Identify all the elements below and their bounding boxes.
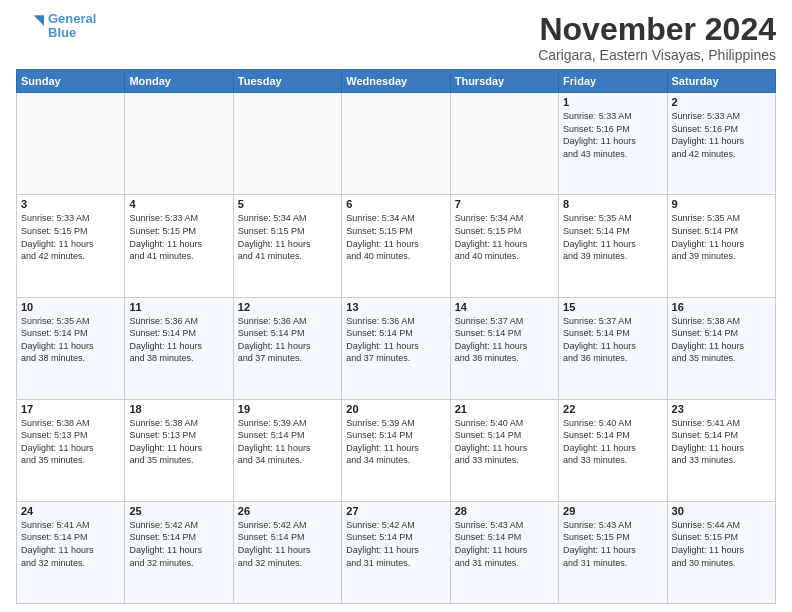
day-cell: 11Sunrise: 5:36 AM Sunset: 5:14 PM Dayli… bbox=[125, 297, 233, 399]
week-row-5: 24Sunrise: 5:41 AM Sunset: 5:14 PM Dayli… bbox=[17, 501, 776, 603]
day-info: Sunrise: 5:33 AM Sunset: 5:15 PM Dayligh… bbox=[129, 212, 228, 262]
day-cell: 14Sunrise: 5:37 AM Sunset: 5:14 PM Dayli… bbox=[450, 297, 558, 399]
day-cell: 4Sunrise: 5:33 AM Sunset: 5:15 PM Daylig… bbox=[125, 195, 233, 297]
day-number: 4 bbox=[129, 198, 228, 210]
day-info: Sunrise: 5:39 AM Sunset: 5:14 PM Dayligh… bbox=[238, 417, 337, 467]
day-info: Sunrise: 5:38 AM Sunset: 5:14 PM Dayligh… bbox=[672, 315, 771, 365]
day-number: 22 bbox=[563, 403, 662, 415]
day-info: Sunrise: 5:39 AM Sunset: 5:14 PM Dayligh… bbox=[346, 417, 445, 467]
day-info: Sunrise: 5:35 AM Sunset: 5:14 PM Dayligh… bbox=[21, 315, 120, 365]
logo-text: General Blue bbox=[48, 12, 96, 41]
day-info: Sunrise: 5:35 AM Sunset: 5:14 PM Dayligh… bbox=[563, 212, 662, 262]
col-header-thursday: Thursday bbox=[450, 70, 558, 93]
day-cell: 17Sunrise: 5:38 AM Sunset: 5:13 PM Dayli… bbox=[17, 399, 125, 501]
day-info: Sunrise: 5:44 AM Sunset: 5:15 PM Dayligh… bbox=[672, 519, 771, 569]
col-header-saturday: Saturday bbox=[667, 70, 775, 93]
day-number: 14 bbox=[455, 301, 554, 313]
day-info: Sunrise: 5:42 AM Sunset: 5:14 PM Dayligh… bbox=[346, 519, 445, 569]
logo-line2: Blue bbox=[48, 25, 76, 40]
calendar-table: SundayMondayTuesdayWednesdayThursdayFrid… bbox=[16, 69, 776, 604]
day-cell: 23Sunrise: 5:41 AM Sunset: 5:14 PM Dayli… bbox=[667, 399, 775, 501]
day-cell bbox=[233, 93, 341, 195]
day-cell bbox=[125, 93, 233, 195]
day-info: Sunrise: 5:40 AM Sunset: 5:14 PM Dayligh… bbox=[455, 417, 554, 467]
location: Carigara, Eastern Visayas, Philippines bbox=[538, 47, 776, 63]
day-cell: 15Sunrise: 5:37 AM Sunset: 5:14 PM Dayli… bbox=[559, 297, 667, 399]
day-info: Sunrise: 5:37 AM Sunset: 5:14 PM Dayligh… bbox=[563, 315, 662, 365]
day-cell: 28Sunrise: 5:43 AM Sunset: 5:14 PM Dayli… bbox=[450, 501, 558, 603]
day-cell: 1Sunrise: 5:33 AM Sunset: 5:16 PM Daylig… bbox=[559, 93, 667, 195]
day-cell: 12Sunrise: 5:36 AM Sunset: 5:14 PM Dayli… bbox=[233, 297, 341, 399]
day-cell: 20Sunrise: 5:39 AM Sunset: 5:14 PM Dayli… bbox=[342, 399, 450, 501]
day-info: Sunrise: 5:36 AM Sunset: 5:14 PM Dayligh… bbox=[129, 315, 228, 365]
day-info: Sunrise: 5:37 AM Sunset: 5:14 PM Dayligh… bbox=[455, 315, 554, 365]
day-cell: 10Sunrise: 5:35 AM Sunset: 5:14 PM Dayli… bbox=[17, 297, 125, 399]
logo-line1: General bbox=[48, 11, 96, 26]
day-number: 15 bbox=[563, 301, 662, 313]
day-number: 1 bbox=[563, 96, 662, 108]
day-number: 9 bbox=[672, 198, 771, 210]
day-number: 19 bbox=[238, 403, 337, 415]
day-info: Sunrise: 5:43 AM Sunset: 5:15 PM Dayligh… bbox=[563, 519, 662, 569]
week-row-1: 1Sunrise: 5:33 AM Sunset: 5:16 PM Daylig… bbox=[17, 93, 776, 195]
day-info: Sunrise: 5:38 AM Sunset: 5:13 PM Dayligh… bbox=[129, 417, 228, 467]
day-number: 3 bbox=[21, 198, 120, 210]
title-block: November 2024 Carigara, Eastern Visayas,… bbox=[538, 12, 776, 63]
day-number: 17 bbox=[21, 403, 120, 415]
col-header-friday: Friday bbox=[559, 70, 667, 93]
day-cell bbox=[342, 93, 450, 195]
day-number: 21 bbox=[455, 403, 554, 415]
day-info: Sunrise: 5:42 AM Sunset: 5:14 PM Dayligh… bbox=[238, 519, 337, 569]
col-header-monday: Monday bbox=[125, 70, 233, 93]
day-info: Sunrise: 5:43 AM Sunset: 5:14 PM Dayligh… bbox=[455, 519, 554, 569]
day-number: 28 bbox=[455, 505, 554, 517]
day-number: 29 bbox=[563, 505, 662, 517]
day-info: Sunrise: 5:41 AM Sunset: 5:14 PM Dayligh… bbox=[21, 519, 120, 569]
day-cell: 5Sunrise: 5:34 AM Sunset: 5:15 PM Daylig… bbox=[233, 195, 341, 297]
day-cell: 18Sunrise: 5:38 AM Sunset: 5:13 PM Dayli… bbox=[125, 399, 233, 501]
day-number: 11 bbox=[129, 301, 228, 313]
day-number: 5 bbox=[238, 198, 337, 210]
day-info: Sunrise: 5:34 AM Sunset: 5:15 PM Dayligh… bbox=[238, 212, 337, 262]
day-cell: 7Sunrise: 5:34 AM Sunset: 5:15 PM Daylig… bbox=[450, 195, 558, 297]
day-info: Sunrise: 5:40 AM Sunset: 5:14 PM Dayligh… bbox=[563, 417, 662, 467]
day-info: Sunrise: 5:33 AM Sunset: 5:15 PM Dayligh… bbox=[21, 212, 120, 262]
day-number: 26 bbox=[238, 505, 337, 517]
header: General Blue November 2024 Carigara, Eas… bbox=[16, 12, 776, 63]
day-number: 18 bbox=[129, 403, 228, 415]
day-number: 2 bbox=[672, 96, 771, 108]
day-info: Sunrise: 5:38 AM Sunset: 5:13 PM Dayligh… bbox=[21, 417, 120, 467]
col-header-sunday: Sunday bbox=[17, 70, 125, 93]
week-row-3: 10Sunrise: 5:35 AM Sunset: 5:14 PM Dayli… bbox=[17, 297, 776, 399]
day-cell: 16Sunrise: 5:38 AM Sunset: 5:14 PM Dayli… bbox=[667, 297, 775, 399]
day-cell bbox=[17, 93, 125, 195]
day-info: Sunrise: 5:34 AM Sunset: 5:15 PM Dayligh… bbox=[455, 212, 554, 262]
day-cell: 21Sunrise: 5:40 AM Sunset: 5:14 PM Dayli… bbox=[450, 399, 558, 501]
day-number: 27 bbox=[346, 505, 445, 517]
day-info: Sunrise: 5:36 AM Sunset: 5:14 PM Dayligh… bbox=[346, 315, 445, 365]
day-cell: 9Sunrise: 5:35 AM Sunset: 5:14 PM Daylig… bbox=[667, 195, 775, 297]
week-row-2: 3Sunrise: 5:33 AM Sunset: 5:15 PM Daylig… bbox=[17, 195, 776, 297]
day-cell: 3Sunrise: 5:33 AM Sunset: 5:15 PM Daylig… bbox=[17, 195, 125, 297]
day-number: 30 bbox=[672, 505, 771, 517]
col-header-wednesday: Wednesday bbox=[342, 70, 450, 93]
day-info: Sunrise: 5:33 AM Sunset: 5:16 PM Dayligh… bbox=[563, 110, 662, 160]
day-number: 20 bbox=[346, 403, 445, 415]
day-info: Sunrise: 5:42 AM Sunset: 5:14 PM Dayligh… bbox=[129, 519, 228, 569]
day-cell: 27Sunrise: 5:42 AM Sunset: 5:14 PM Dayli… bbox=[342, 501, 450, 603]
logo: General Blue bbox=[16, 12, 96, 41]
day-number: 16 bbox=[672, 301, 771, 313]
day-cell: 6Sunrise: 5:34 AM Sunset: 5:15 PM Daylig… bbox=[342, 195, 450, 297]
logo-icon bbox=[16, 12, 44, 40]
day-number: 13 bbox=[346, 301, 445, 313]
day-cell: 26Sunrise: 5:42 AM Sunset: 5:14 PM Dayli… bbox=[233, 501, 341, 603]
day-cell: 8Sunrise: 5:35 AM Sunset: 5:14 PM Daylig… bbox=[559, 195, 667, 297]
col-header-tuesday: Tuesday bbox=[233, 70, 341, 93]
day-info: Sunrise: 5:33 AM Sunset: 5:16 PM Dayligh… bbox=[672, 110, 771, 160]
day-number: 10 bbox=[21, 301, 120, 313]
day-cell: 19Sunrise: 5:39 AM Sunset: 5:14 PM Dayli… bbox=[233, 399, 341, 501]
week-row-4: 17Sunrise: 5:38 AM Sunset: 5:13 PM Dayli… bbox=[17, 399, 776, 501]
day-cell: 22Sunrise: 5:40 AM Sunset: 5:14 PM Dayli… bbox=[559, 399, 667, 501]
day-info: Sunrise: 5:36 AM Sunset: 5:14 PM Dayligh… bbox=[238, 315, 337, 365]
day-cell: 30Sunrise: 5:44 AM Sunset: 5:15 PM Dayli… bbox=[667, 501, 775, 603]
